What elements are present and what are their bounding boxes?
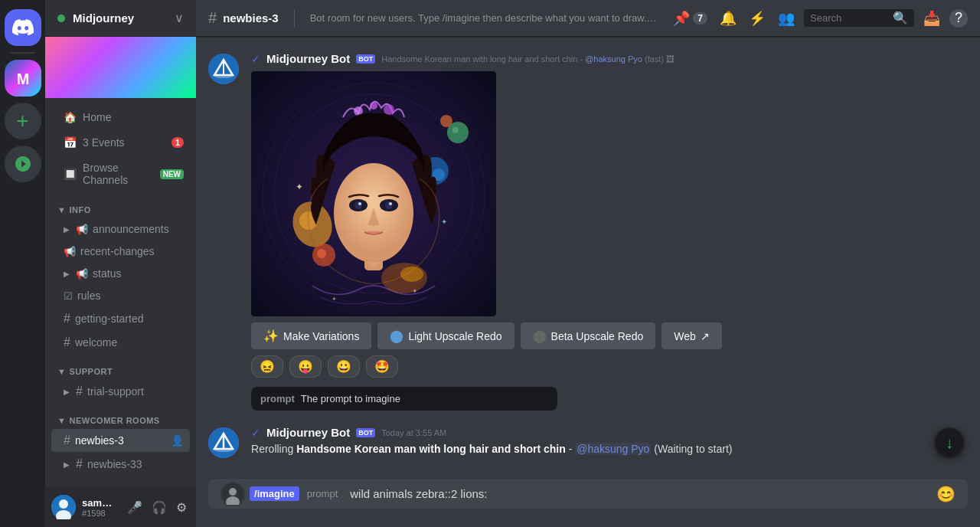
nav-browse-channels[interactable]: 🔲 Browse Channels NEW [51, 155, 190, 192]
discord-home-button[interactable] [5, 9, 41, 46]
headphone-button[interactable]: 🎧 [149, 497, 170, 518]
mention-user[interactable]: @haksung Pyo [575, 443, 651, 455]
scroll-to-bottom-button[interactable]: ↓ [934, 427, 965, 458]
help-button[interactable]: ? [949, 9, 968, 28]
make-variations-button[interactable]: ✨ Make Variations [251, 322, 371, 349]
nav-home[interactable]: 🏠 Home [51, 105, 190, 129]
pin-icon: 📌 [673, 10, 690, 27]
emoji-reaction-3[interactable]: 😀 [328, 355, 360, 378]
explore-servers-button[interactable] [5, 146, 41, 182]
channel-announcements[interactable]: ▶ 📢 announcements [51, 218, 190, 240]
svg-point-16 [384, 104, 394, 115]
command-tag: /imagine [250, 486, 299, 501]
newcomer-arrow-icon: ▼ [57, 416, 66, 425]
section-newcomer[interactable]: ▼ NEWCOMER ROOMS [45, 404, 196, 428]
server-name: Midjourney [73, 11, 134, 25]
topbar-channel: # newbies-3 [208, 9, 279, 27]
topbar-divider [294, 9, 295, 28]
message-group-image: ✓ Midjourney Bot BOT Handsome Korean man… [208, 49, 968, 381]
members-button[interactable]: 👥 [775, 7, 798, 30]
svg-point-3 [59, 499, 68, 509]
settings-button[interactable]: ⚙ [173, 497, 190, 518]
prompt-tooltip: prompt The prompt to imagine [251, 387, 557, 411]
emoji-picker-button[interactable]: 😊 [936, 485, 956, 503]
server-header[interactable]: Midjourney ∨ [45, 0, 196, 37]
user-avatar[interactable] [51, 495, 76, 519]
megaphone2-icon: 📢 [64, 246, 76, 257]
channel-recent-changes[interactable]: 📢 recent-changes [51, 241, 190, 262]
external-link-icon: ↗ [701, 330, 710, 342]
channel-newbies-3[interactable]: # newbies-3 👤 [51, 429, 190, 452]
message-text-input[interactable] [350, 479, 927, 509]
browse-icon: 🔲 [64, 168, 77, 180]
expand-arrow3-icon: ▶ [64, 388, 70, 396]
svg-point-25 [385, 201, 393, 209]
svg-point-37 [214, 449, 233, 452]
verified-icon: ✓ [251, 53, 260, 65]
channel-welcome[interactable]: # welcome [51, 331, 190, 354]
emoji-reaction-2[interactable]: 😛 [289, 355, 322, 378]
ai-image: ✦ ✦ ✦ ✦ [251, 71, 496, 316]
light-upscale-icon: ⬤ [390, 329, 403, 343]
microphone-button[interactable]: 🎤 [124, 497, 145, 518]
beta-upscale-redo-button[interactable]: ⬤ Beta Upscale Redo [521, 322, 656, 349]
prompt-label: prompt [260, 393, 295, 404]
bot-avatar-1 [208, 54, 239, 84]
message-content-1: ✓ Midjourney Bot BOT Handsome Korean man… [251, 52, 968, 378]
reroll-message-text: Rerolling Handsome Korean man with long … [251, 442, 968, 457]
new-badge: NEW [160, 169, 184, 179]
message-input-box: /imagine prompt 😊 [208, 479, 968, 509]
user-controls: 🎤 🎧 ⚙ [124, 497, 190, 518]
message-content-2: ✓ Midjourney Bot BOT Today at 3:55 AM Re… [251, 426, 968, 458]
user-info: samgoodw... #1598 [82, 497, 118, 518]
server-divider [11, 52, 35, 54]
message-input-area: /imagine prompt 😊 [196, 479, 980, 527]
channel-trial-support[interactable]: ▶ # trial-support [51, 380, 190, 403]
bot-author-1: Midjourney Bot [266, 52, 350, 65]
notification-button[interactable]: 🔔 [717, 7, 740, 30]
message-image[interactable]: ✦ ✦ ✦ ✦ [251, 71, 496, 316]
section-info[interactable]: ▼ INFO [45, 193, 196, 218]
emoji-reaction-4[interactable]: 🤩 [366, 355, 398, 378]
topbar-description: Bot room for new users. Type /imagine th… [310, 12, 658, 24]
channel-hash-icon: # [208, 9, 217, 27]
channel-getting-started[interactable]: # getting-started [51, 307, 190, 330]
search-box[interactable]: 🔍 [804, 9, 914, 27]
message-header-2: ✓ Midjourney Bot BOT Today at 3:55 AM [251, 426, 968, 439]
expand-arrow-icon: ▶ [64, 225, 70, 234]
search-input[interactable] [810, 12, 888, 24]
emoji-reaction-1[interactable]: 😖 [251, 355, 283, 378]
username: samgoodw... [82, 497, 118, 509]
member-count-badge: 7 [693, 12, 707, 25]
server-list: M + [0, 0, 45, 527]
svg-text:✦: ✦ [441, 218, 447, 226]
section-support[interactable]: ▼ SUPPORT [45, 355, 196, 379]
web-button[interactable]: Web ↗ [662, 322, 722, 349]
channel-status[interactable]: ▶ 📢 status [51, 263, 190, 284]
midjourney-server-icon[interactable]: M [5, 60, 41, 97]
svg-text:✦: ✦ [296, 182, 303, 192]
boost-button[interactable]: ⚡ [746, 7, 769, 30]
server-banner [45, 37, 196, 98]
hash5-icon: # [76, 457, 83, 471]
bot-badge-2: BOT [356, 428, 375, 437]
user-input-avatar [220, 482, 245, 506]
light-upscale-redo-button[interactable]: ⬤ Light Upscale Redo [377, 322, 514, 349]
hash3-icon: # [76, 385, 83, 398]
megaphone3-icon: 📢 [76, 268, 88, 280]
nav-events[interactable]: 📅 3 Events 1 [51, 130, 190, 155]
channel-newbies-33[interactable]: ▶ # newbies-33 [51, 453, 190, 476]
inbox-button[interactable]: 📥 [920, 7, 943, 30]
scroll-down-icon: ↓ [946, 434, 953, 452]
add-server-button[interactable]: + [5, 103, 41, 139]
bot-author-2: Midjourney Bot [266, 426, 350, 439]
channel-list: Midjourney ∨ 🏠 Home 📅 3 Events 1 🔲 Brows… [45, 0, 196, 527]
bot-badge-1: BOT [356, 54, 375, 64]
bot-avatar-2 [208, 427, 239, 458]
svg-point-18 [452, 127, 459, 133]
svg-text:M: M [16, 70, 29, 87]
add-member-icon[interactable]: 👤 [171, 434, 184, 447]
member-count-button[interactable]: 📌 7 [670, 7, 710, 30]
channel-rules[interactable]: ☑ rules [51, 285, 190, 306]
topbar-channel-name: newbies-3 [223, 11, 279, 25]
